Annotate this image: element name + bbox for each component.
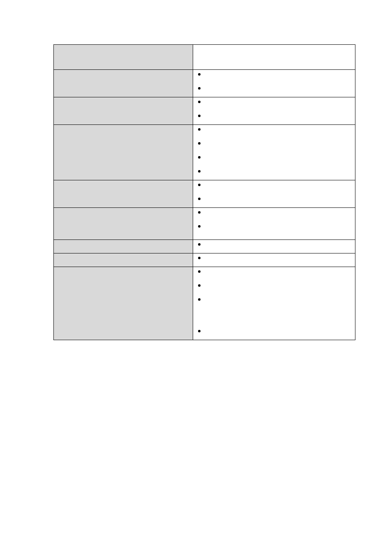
list-item (198, 256, 352, 264)
list-item (198, 283, 352, 292)
row-content-cell (193, 240, 355, 253)
row-label-cell (54, 45, 193, 70)
bullet-icon (198, 225, 201, 228)
row-label-cell (54, 208, 193, 240)
list-item (198, 224, 352, 237)
table-row (54, 253, 355, 267)
row-label-cell (54, 97, 193, 125)
bullet-text (205, 224, 352, 237)
spacer (198, 136, 352, 141)
bullet-icon (198, 211, 201, 214)
bullet-icon (198, 101, 201, 103)
row-label-cell (54, 180, 193, 208)
row-content-cell (193, 208, 355, 240)
bullet-icon (198, 115, 201, 117)
row-content-cell (193, 267, 355, 340)
list-item (198, 242, 352, 251)
bullet-icon (198, 156, 201, 159)
row-content-cell (193, 70, 355, 97)
row-content-cell (193, 253, 355, 267)
list-item (198, 210, 352, 219)
list-item (198, 127, 352, 136)
row-label-cell (54, 240, 193, 253)
bullet-icon (198, 257, 201, 259)
bullet-icon (198, 198, 201, 200)
list-item (198, 72, 352, 81)
table-row (54, 125, 355, 180)
bullet-icon (198, 270, 201, 273)
content-table (53, 44, 355, 340)
bullet-icon (198, 243, 201, 246)
spacer (198, 219, 352, 224)
list-item (198, 329, 352, 337)
bullet-text (205, 297, 352, 323)
list-item (198, 169, 352, 177)
bullet-icon (198, 128, 201, 131)
table-row (54, 180, 355, 208)
document-page: { "rows": [ { "left": "", "bullets": [] … (0, 0, 392, 555)
table-row (54, 267, 355, 340)
bullet-icon (198, 330, 201, 332)
table-row (54, 97, 355, 125)
bullet-icon (198, 73, 201, 76)
spacer (198, 191, 352, 197)
bullet-icon (198, 142, 201, 145)
table-row (54, 70, 355, 97)
row-label-cell (54, 267, 193, 340)
list-item (198, 114, 352, 122)
table-row (54, 240, 355, 253)
spacer (198, 150, 352, 155)
row-content-cell (193, 125, 355, 180)
spacer (198, 108, 352, 114)
list-item (198, 297, 352, 323)
row-content-cell (193, 45, 355, 70)
row-content-cell (193, 180, 355, 208)
row-label-cell (54, 125, 193, 180)
list-item (198, 86, 352, 94)
spacer (198, 278, 352, 283)
bullet-icon (198, 184, 201, 186)
spacer (198, 292, 352, 297)
list-item (198, 269, 352, 278)
bullet-icon (198, 298, 201, 301)
list-item (198, 183, 352, 191)
spacer (198, 81, 352, 86)
spacer (198, 164, 352, 169)
table-row (54, 208, 355, 240)
row-content-cell (193, 97, 355, 125)
list-item (198, 155, 352, 164)
row-label-cell (54, 253, 193, 267)
list-item (198, 100, 352, 108)
list-item (198, 141, 352, 150)
table-row (54, 45, 355, 70)
row-label-cell (54, 70, 193, 97)
bullet-icon (198, 284, 201, 287)
bullet-icon (198, 170, 201, 173)
list-item (198, 197, 352, 205)
bullet-icon (198, 87, 201, 90)
spacer (198, 323, 352, 329)
